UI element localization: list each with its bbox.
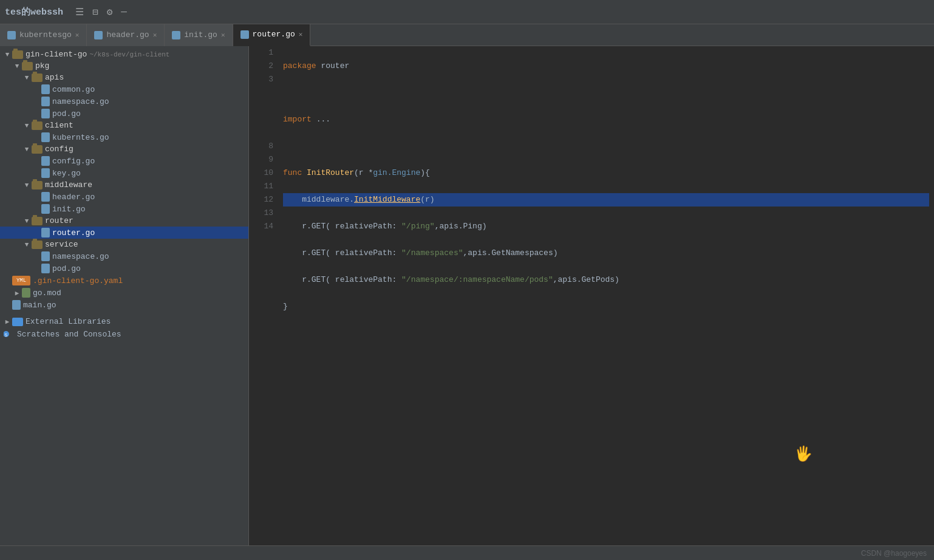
file-label: pod.go	[52, 264, 81, 273]
chevron-down-icon: ▼	[22, 241, 32, 248]
folder-icon	[32, 145, 43, 154]
top-bar: tes的webssh ☰ ⊟ ⚙ —	[0, 0, 934, 24]
chevron-down-icon: ▼	[22, 122, 32, 129]
sidebar-item-pod-go-svc[interactable]: pod.go	[0, 262, 248, 275]
go-file-icon	[172, 31, 180, 39]
sidebar-item-kuberntes-go[interactable]: kuberntes.go	[0, 131, 248, 143]
tab-kuberntes-go[interactable]: kuberntesgo ✕	[0, 24, 87, 46]
sidebar-item-external-libraries[interactable]: ▶ External Libraries	[0, 316, 248, 327]
tab-label: kuberntesgo	[19, 30, 72, 39]
sidebar: ▼ gin-client-go ~/k8s-dev/gin-client ▼ p…	[0, 46, 249, 545]
sidebar-item-middleware[interactable]: ▼ middleware	[0, 179, 248, 191]
sidebar-item-client[interactable]: ▼ client	[0, 120, 248, 131]
line-numbers: 1 2 3 8 9 10 11 12 13 14	[249, 46, 278, 545]
file-label: .gin-client-go.yaml	[33, 276, 123, 285]
sidebar-item-gin-yaml[interactable]: YML .gin-client-go.yaml	[0, 275, 248, 287]
folder-label: middleware	[45, 180, 92, 190]
toolbar-icon-menu[interactable]: ☰	[73, 4, 86, 21]
code-line-3: import ...	[283, 115, 330, 124]
sidebar-item-go-mod[interactable]: ▶ go.mod	[0, 287, 248, 299]
toolbar-icon-collapse[interactable]: ⊟	[90, 4, 101, 21]
sidebar-item-config-go[interactable]: config.go	[0, 155, 248, 167]
folder-icon	[32, 73, 43, 82]
sidebar-item-apis[interactable]: ▼ apis	[0, 72, 248, 83]
code-line-14: }	[283, 302, 288, 311]
yaml-file-icon: YML	[12, 276, 30, 285]
scratches-label: Scratches and Consoles	[17, 330, 121, 339]
sidebar-item-header-go[interactable]: header.go	[0, 191, 248, 203]
folder-label: config	[45, 145, 73, 154]
tab-close-icon[interactable]: ✕	[221, 31, 225, 39]
file-label: main.go	[23, 301, 56, 310]
folder-label: apis	[45, 73, 64, 82]
bottom-bar: CSDN @haogoeyes	[0, 545, 934, 560]
sidebar-item-router-go[interactable]: router.go	[0, 227, 248, 239]
chevron-down-icon: ▼	[22, 74, 32, 81]
project-path-label: ~/k8s-dev/gin-client	[89, 51, 169, 58]
folder-icon	[32, 121, 43, 130]
chevron-down-icon: ▼	[22, 182, 32, 189]
tab-header-go[interactable]: header.go ✕	[87, 24, 165, 46]
sidebar-item-key-go[interactable]: key.go	[0, 167, 248, 179]
code-line-9: func InitRouter(r *gin.Engine){	[283, 168, 430, 177]
code-line-12: r.GET( relativePath: "/namespaces",apis.…	[283, 248, 558, 258]
go-file-icon	[41, 228, 50, 237]
go-file-icon	[41, 132, 50, 142]
code-editor[interactable]: package router import ... func InitRoute…	[278, 46, 934, 545]
tab-close-icon[interactable]: ✕	[299, 30, 303, 38]
project-root[interactable]: ▼ gin-client-go ~/k8s-dev/gin-client	[0, 49, 248, 60]
folder-icon	[32, 241, 43, 249]
folder-icon	[32, 217, 43, 225]
code-line-10: middleware.InitMiddleware(r)	[283, 193, 929, 207]
go-file-icon	[7, 31, 16, 39]
file-label: init.go	[52, 205, 86, 214]
tab-close-icon[interactable]: ✕	[75, 31, 80, 39]
sidebar-item-init-go[interactable]: init.go	[0, 203, 248, 215]
sidebar-item-router[interactable]: ▼ router	[0, 215, 248, 227]
editor-area[interactable]: 1 2 3 8 9 10 11 12 13 14 package router …	[249, 46, 934, 545]
toolbar-icon-settings[interactable]: ⚙	[104, 4, 115, 21]
folder-icon	[12, 50, 23, 59]
go-file-icon	[41, 156, 50, 166]
go-file-icon	[41, 97, 50, 106]
sidebar-item-pkg[interactable]: ▼ pkg	[0, 60, 248, 72]
scratches-icon: S	[2, 329, 15, 339]
folder-label: pkg	[35, 61, 49, 70]
code-line-1: package router	[283, 61, 349, 70]
code-line-11: r.GET( relativePath: "/ping",apis.Ping)	[283, 222, 487, 231]
sidebar-item-config[interactable]: ▼ config	[0, 143, 248, 155]
file-label: key.go	[52, 169, 81, 178]
file-label: config.go	[52, 157, 95, 166]
file-label: router.go	[52, 228, 95, 237]
folder-label: service	[45, 240, 78, 249]
external-libraries-label: External Libraries	[26, 317, 111, 326]
code-container: 1 2 3 8 9 10 11 12 13 14 package router …	[249, 46, 934, 545]
file-label: header.go	[52, 193, 95, 202]
sidebar-item-pod-go-apis[interactable]: pod.go	[0, 108, 248, 120]
tab-init-go[interactable]: init.go ✕	[165, 24, 233, 46]
folder-label: router	[45, 216, 73, 225]
go-file-icon	[41, 251, 50, 261]
sidebar-item-namespace-go-apis[interactable]: namespace.go	[0, 95, 248, 108]
svg-text:S: S	[5, 332, 8, 338]
chevron-right-icon: ▶	[2, 318, 12, 326]
tab-label: router.go	[253, 30, 295, 39]
sidebar-item-common-go[interactable]: common.go	[0, 83, 248, 95]
file-label: kuberntes.go	[52, 133, 109, 142]
go-file-icon	[41, 264, 50, 273]
library-icon	[12, 318, 23, 326]
tab-label: header.go	[106, 30, 149, 39]
tab-close-icon[interactable]: ✕	[153, 31, 157, 39]
project-name-label: gin-client-go	[26, 50, 87, 59]
toolbar-icon-minimize[interactable]: —	[118, 4, 129, 20]
sidebar-item-scratches[interactable]: S Scratches and Consoles	[0, 327, 248, 341]
sidebar-item-main-go[interactable]: main.go	[0, 299, 248, 311]
sidebar-item-namespace-go-svc[interactable]: namespace.go	[0, 250, 248, 262]
tab-router-go[interactable]: router.go ✕	[233, 24, 311, 46]
go-file-icon	[41, 109, 50, 118]
tabs-bar: kuberntesgo ✕ header.go ✕ init.go ✕ rout…	[0, 24, 934, 46]
sidebar-item-service[interactable]: ▼ service	[0, 239, 248, 250]
go-file-icon	[94, 31, 103, 39]
folder-label: client	[45, 121, 73, 130]
chevron-right-icon: ▶	[12, 289, 22, 297]
